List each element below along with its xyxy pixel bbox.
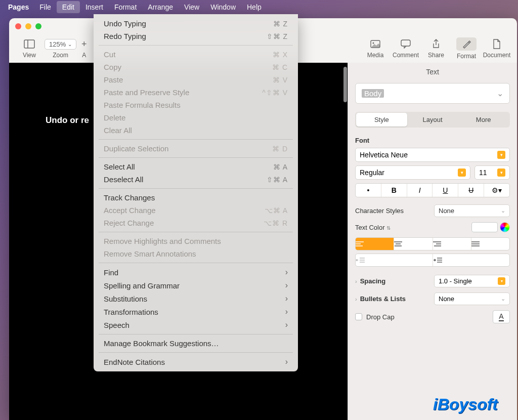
indent-button[interactable] xyxy=(433,254,510,266)
svg-rect-0 xyxy=(24,40,34,48)
svg-point-3 xyxy=(373,43,374,44)
menu-bookmarks[interactable]: Manage Bookmark Suggestions… xyxy=(94,337,298,350)
character-styles-select[interactable]: None ⌄ xyxy=(434,204,510,217)
character-styles-label: Character Styles xyxy=(355,207,404,215)
menu-insert[interactable]: Insert xyxy=(80,1,109,13)
menu-delete[interactable]: Delete xyxy=(94,111,298,124)
font-family-select[interactable]: Helvetica Neue ▾ xyxy=(355,148,510,162)
menu-copy[interactable]: Copy⌘ C xyxy=(94,61,298,73)
menu-track-changes[interactable]: Track Changes xyxy=(94,191,298,204)
disclosure-icon[interactable]: › xyxy=(355,278,357,284)
toolbar-media[interactable]: Media xyxy=(360,38,391,59)
menu-transformations[interactable]: Transformations xyxy=(94,305,298,318)
menu-select-all[interactable]: Select All⌘ A xyxy=(94,160,298,173)
toolbar-document[interactable]: Document xyxy=(482,38,512,59)
toolbar-zoom[interactable]: 125%⌄ Zoom xyxy=(45,39,76,59)
toolbar-view[interactable]: View xyxy=(14,38,45,59)
outdent-button[interactable] xyxy=(356,254,433,266)
chevron-down-icon: ⌄ xyxy=(68,41,72,47)
bullet-style-button[interactable]: • xyxy=(356,184,381,197)
align-left-button[interactable] xyxy=(356,238,394,250)
toolbar-format[interactable]: Format xyxy=(451,37,482,60)
menu-cut[interactable]: Cut⌘ X xyxy=(94,48,298,61)
toolbar-add[interactable]: + A xyxy=(76,38,92,59)
strikethrough-button[interactable]: U xyxy=(458,184,484,197)
comment-icon xyxy=(401,38,411,50)
paragraph-style-name: Body xyxy=(362,89,384,98)
font-size-value: 11 xyxy=(479,169,487,177)
toolbar-format-label: Format xyxy=(457,53,476,60)
menu-undo[interactable]: Undo Typing⌘ Z xyxy=(94,17,298,30)
zoom-button[interactable] xyxy=(35,23,41,29)
menu-arrange[interactable]: Arrange xyxy=(142,1,179,13)
font-size-field[interactable]: 11 ▾ xyxy=(474,165,510,180)
stepper-icon: ▾ xyxy=(458,169,466,177)
tab-layout[interactable]: Layout xyxy=(407,113,458,127)
app-name[interactable]: Pages xyxy=(8,3,29,11)
minimize-button[interactable] xyxy=(25,23,31,29)
menu-speech[interactable]: Speech xyxy=(94,318,298,331)
tab-more[interactable]: More xyxy=(458,113,509,127)
toolbar-add-label: A xyxy=(82,52,86,59)
menu-window[interactable]: Window xyxy=(205,1,241,13)
spacing-label: Spacing xyxy=(360,277,386,285)
menu-spelling[interactable]: Spelling and Grammar xyxy=(94,279,298,292)
format-sidebar: Text Body ⌄ Style Layout More Font Helve… xyxy=(348,63,517,420)
dropcap-checkbox[interactable] xyxy=(355,313,362,320)
align-center-button[interactable] xyxy=(394,238,433,250)
dropcap-preview[interactable]: A xyxy=(493,310,510,323)
close-button[interactable] xyxy=(15,23,21,29)
media-icon xyxy=(370,38,380,50)
align-right-button[interactable] xyxy=(433,238,471,250)
align-justify-button[interactable] xyxy=(471,238,509,250)
stepper-icon: ▾ xyxy=(498,277,505,285)
menu-view[interactable]: View xyxy=(179,1,205,13)
underline-button[interactable]: U xyxy=(433,184,458,197)
menu-help[interactable]: Help xyxy=(241,1,267,13)
updown-icon: ⇅ xyxy=(386,225,391,231)
menu-remove-highlights[interactable]: Remove Highlights and Comments xyxy=(94,235,298,247)
italic-button[interactable]: I xyxy=(407,184,433,197)
chevron-down-icon: ⌄ xyxy=(501,296,505,302)
sidebar-tabs: Style Layout More xyxy=(355,112,510,128)
tab-style[interactable]: Style xyxy=(356,113,407,127)
bullets-label: Bullets & Lists xyxy=(360,295,406,303)
menu-substitutions[interactable]: Substitutions xyxy=(94,292,298,305)
menu-deselect-all[interactable]: Deselect All⇧⌘ A xyxy=(94,173,298,186)
menu-paste-preserve[interactable]: Paste and Preserve Style^⇧⌘ V xyxy=(94,86,298,99)
menu-file[interactable]: File xyxy=(34,1,57,13)
toolbar-share-label: Share xyxy=(428,52,444,59)
document-icon xyxy=(493,38,501,50)
font-section-label: Font xyxy=(355,137,510,144)
menu-edit[interactable]: Edit xyxy=(57,1,80,13)
color-picker-button[interactable] xyxy=(500,222,510,232)
paragraph-style-selector[interactable]: Body ⌄ xyxy=(355,83,510,104)
menu-clear-all[interactable]: Clear All xyxy=(94,124,298,137)
scrollbar-thumb[interactable] xyxy=(343,67,347,102)
format-icon xyxy=(461,38,471,50)
menu-redo[interactable]: Redo Typing⇧⌘ Z xyxy=(94,30,298,43)
font-style-select[interactable]: Regular ▾ xyxy=(355,165,470,180)
menu-reject-change[interactable]: Reject Change⌥⌘ R xyxy=(94,217,298,229)
menu-paste[interactable]: Paste⌘ V xyxy=(94,73,298,86)
menu-paste-formula[interactable]: Paste Formula Results xyxy=(94,99,298,111)
disclosure-icon[interactable]: › xyxy=(355,296,357,302)
menu-format[interactable]: Format xyxy=(109,1,142,13)
toolbar-comment[interactable]: Comment xyxy=(391,38,421,59)
advanced-font-button[interactable]: ⚙︎▾ xyxy=(484,184,509,197)
bold-button[interactable]: B xyxy=(381,184,407,197)
chevron-down-icon: ⌄ xyxy=(501,207,505,214)
menu-endnote[interactable]: EndNote Citations xyxy=(94,355,298,368)
bullets-value: None xyxy=(439,295,454,303)
menu-duplicate[interactable]: Duplicate Selection⌘ D xyxy=(94,142,298,155)
bullets-select[interactable]: None ⌄ xyxy=(434,292,510,305)
sidebar-title: Text xyxy=(355,68,510,76)
toolbar-document-label: Document xyxy=(483,52,511,59)
menu-accept-change[interactable]: Accept Change⌥⌘ A xyxy=(94,204,298,217)
menu-remove-smart[interactable]: Remove Smart Annotations xyxy=(94,247,298,260)
spacing-select[interactable]: 1.0 - Single ▾ xyxy=(434,275,510,287)
toolbar-share[interactable]: Share xyxy=(421,38,451,59)
menu-find[interactable]: Find xyxy=(94,266,298,279)
toolbar-zoom-label: Zoom xyxy=(53,52,68,59)
text-color-well[interactable] xyxy=(471,222,498,232)
